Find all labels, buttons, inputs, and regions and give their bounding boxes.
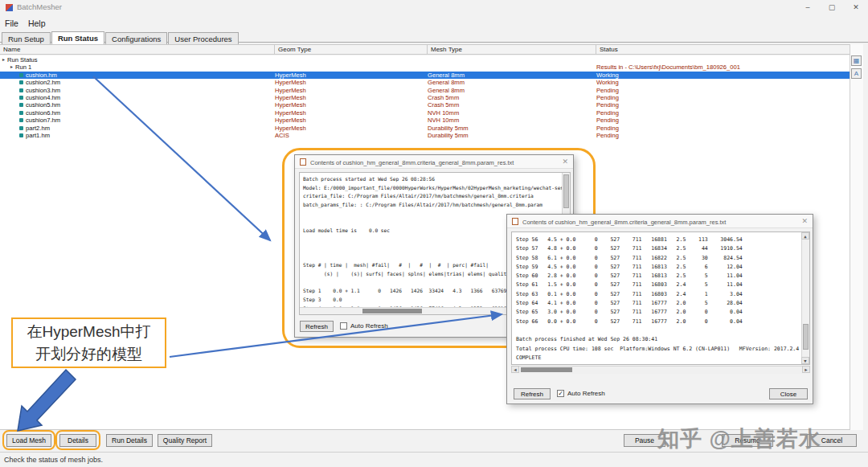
job-row-cushion6.hm[interactable]: cushion6.hmHyperMeshNVH 10mmPending <box>0 109 863 117</box>
job-name: cushion4.hm <box>19 94 60 101</box>
job-mesh-type: NVH 10mm <box>428 117 459 124</box>
auto-refresh-label: Auto Refresh <box>350 322 388 330</box>
job-row-cushion.hm[interactable]: cushion.hmHyperMeshGeneral 8mmWorking <box>0 72 863 79</box>
job-row-part1.hm[interactable]: part1.hmACISDurability 5mmPending <box>0 132 863 139</box>
job-status: Pending <box>596 87 619 94</box>
job-row-cushion4.hm[interactable]: cushion4.hmHyperMeshCrash 5mmPending <box>0 94 863 101</box>
tab-run-status[interactable]: Run Status <box>51 31 104 44</box>
close-dialog-button[interactable]: Close <box>769 388 808 399</box>
column-header-status[interactable]: Status <box>596 45 850 55</box>
tab-user-procedures[interactable]: User Procedures <box>168 32 238 44</box>
job-name: part1.hm <box>19 132 50 139</box>
watermark: 知乎 @上善若水 <box>657 424 821 453</box>
menu-bar: FileHelp <box>0 15 868 28</box>
job-geom-type: HyperMesh <box>275 79 306 86</box>
quality-report-button[interactable]: Quality Report <box>158 434 212 447</box>
job-status: Pending <box>596 109 619 117</box>
job-status: Working <box>596 72 619 79</box>
job-row-cushion5.hm[interactable]: cushion5.hmHyperMeshCrash 5mmPending <box>0 101 863 109</box>
run-results-path: Results in - C:\Users\fxj\Documents\bm_1… <box>596 63 740 71</box>
job-row-cushion2.hm[interactable]: cushion2.hmHyperMeshGeneral 8mmWorking <box>0 79 863 86</box>
job-name: part2.hm <box>19 125 50 132</box>
job-mesh-type: General 8mm <box>428 87 465 94</box>
scroll-down-icon[interactable]: ▼ <box>801 357 809 364</box>
scroll-up-icon[interactable]: ▲ <box>801 232 809 240</box>
job-geom-type: HyperMesh <box>275 109 306 117</box>
job-file-icon <box>19 73 23 77</box>
columns-icon[interactable]: ▦ <box>851 55 862 66</box>
tab-bar: Run SetupRun StatusConfigurationsUser Pr… <box>0 30 868 43</box>
job-geom-type: HyperMesh <box>275 101 306 109</box>
job-mesh-type: Durability 5mm <box>428 125 469 132</box>
job-row-cushion3.hm[interactable]: cushion3.hmHyperMeshGeneral 8mmPending <box>0 87 863 94</box>
close-icon[interactable]: ✕ <box>801 217 808 225</box>
param-dialog-title: Contents of cushion_hm_general_8mm.crite… <box>310 159 514 166</box>
result-dialog-title: Contents of cushion_hm_general_8mm.crite… <box>522 219 726 226</box>
column-header-geom-type[interactable]: Geom Type <box>275 45 428 55</box>
vertical-scrollbar[interactable]: ▲ ▼ <box>801 232 809 364</box>
job-geom-type: HyperMesh <box>275 72 306 79</box>
document-icon <box>512 218 518 225</box>
scroll-right-icon[interactable]: ► <box>802 366 810 373</box>
run-group-label: ▸Run 1 <box>10 63 31 71</box>
menu-file[interactable]: File <box>0 17 23 28</box>
sort-icon[interactable]: A <box>851 68 862 79</box>
job-row-part2.hm[interactable]: part2.hmHyperMeshDurability 5mmPending <box>0 125 863 132</box>
job-file-icon <box>19 111 23 115</box>
tree-root-label: ▸Run Status <box>2 56 38 63</box>
app-icon <box>6 4 13 11</box>
job-file-icon <box>19 133 23 137</box>
result-log-text-area[interactable]: Step 56 4.5 + 0.0 0 527 711 16881 2.5 11… <box>511 231 810 365</box>
refresh-button[interactable]: Refresh <box>514 388 551 399</box>
job-mesh-type: General 8mm <box>428 79 465 86</box>
auto-refresh-checkbox[interactable] <box>340 322 347 330</box>
close-button[interactable]: ✕ <box>844 0 868 15</box>
tab-configurations[interactable]: Configurations <box>105 32 167 44</box>
scroll-left-icon[interactable]: ◄ <box>511 366 519 373</box>
annotation-box: 在HyperMesh中打 开划分好的模型 <box>11 317 166 368</box>
status-bar: Check the status of mesh jobs. <box>0 452 868 467</box>
column-header-name[interactable]: Name <box>0 45 275 55</box>
job-status: Pending <box>596 117 619 124</box>
job-name: cushion7.hm <box>19 117 60 124</box>
expander-icon[interactable]: ▸ <box>10 63 13 71</box>
refresh-button[interactable]: Refresh <box>300 321 334 332</box>
list-header: NameGeom TypeMesh TypeStatus <box>0 44 863 55</box>
result-log-lines: Step 56 4.5 + 0.0 0 527 711 16881 2.5 11… <box>512 232 809 363</box>
column-header-mesh-type[interactable]: Mesh Type <box>428 45 596 55</box>
param-dialog-titlebar[interactable]: Contents of cushion_hm_general_8mm.crite… <box>295 155 573 169</box>
job-row-cushion7.hm[interactable]: cushion7.hmHyperMeshNVH 10mmPending <box>0 117 863 124</box>
expander-icon[interactable]: ▸ <box>2 56 5 63</box>
title-bar: BatchMesher – ▢ ✕ <box>0 0 868 15</box>
job-file-icon <box>19 88 23 92</box>
scrollbar-thumb[interactable] <box>803 324 809 350</box>
job-status: Pending <box>596 132 619 139</box>
auto-refresh-checkbox[interactable]: ✓ <box>557 390 564 397</box>
load-mesh-highlight <box>2 430 55 450</box>
annotation-line2: 开划分好的模型 <box>13 343 165 366</box>
scrollbar-thumb[interactable] <box>563 174 569 208</box>
scrollbar-thumb[interactable] <box>521 367 572 372</box>
run-details-button[interactable]: Run Details <box>106 434 153 447</box>
list-scroll-gutter[interactable] <box>850 44 863 430</box>
horizontal-scrollbar[interactable]: ◄ ► <box>511 366 810 374</box>
job-name: cushion2.hm <box>19 79 60 86</box>
job-file-icon <box>19 96 23 100</box>
minimize-button[interactable]: – <box>796 0 820 15</box>
job-file-icon <box>19 103 23 107</box>
tree-node-run-1[interactable]: ▸Run 1Results in - C:\Users\fxj\Document… <box>0 63 863 71</box>
menu-help[interactable]: Help <box>23 17 51 28</box>
annotation-line1: 在HyperMesh中打 <box>13 321 165 343</box>
maximize-button[interactable]: ▢ <box>820 0 844 15</box>
scrollbar-thumb[interactable] <box>362 309 422 313</box>
close-icon[interactable]: ✕ <box>562 158 568 166</box>
result-dialog-titlebar[interactable]: Contents of cushion_hm_general_8mm.crite… <box>507 215 813 228</box>
tab-run-setup[interactable]: Run Setup <box>2 32 51 44</box>
auto-refresh-label: Auto Refresh <box>567 390 605 397</box>
tree-node-run-status[interactable]: ▸Run Status <box>0 56 863 63</box>
job-status: Pending <box>596 125 619 132</box>
job-geom-type: HyperMesh <box>275 117 306 124</box>
job-status: Pending <box>596 94 619 101</box>
job-geom-type: HyperMesh <box>275 94 306 101</box>
job-file-icon <box>19 118 23 122</box>
